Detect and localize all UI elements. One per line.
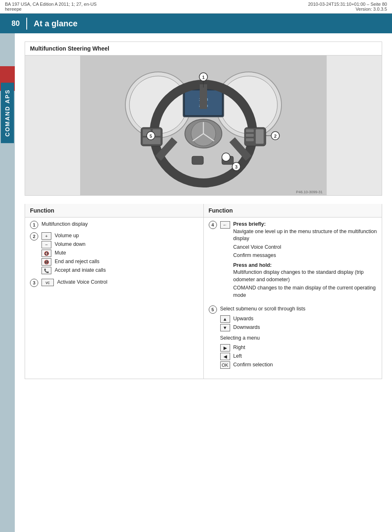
ok-row: OK Confirm selection bbox=[220, 361, 306, 369]
voice-control-icon: vc bbox=[42, 279, 54, 286]
mute-icon: 🔇 bbox=[42, 250, 51, 257]
svg-text:2: 2 bbox=[274, 134, 277, 139]
svg-text:1: 1 bbox=[202, 75, 205, 80]
content-area: Multifunction Steering Wheel 140.8 bbox=[15, 33, 392, 532]
select-submenu-label: Select submenu or scroll through lists bbox=[220, 305, 306, 313]
svg-point-35 bbox=[222, 153, 230, 161]
svg-rect-26 bbox=[256, 129, 264, 144]
end-call-row: 📵 End and reject calls bbox=[42, 258, 106, 266]
downwards-label: Downwards bbox=[233, 324, 260, 331]
func-row-2: 2 + Volume up − Volume down 🔇 bbox=[30, 232, 198, 275]
left-function-rows: 1 Multifunction display 2 + Volume up bbox=[25, 217, 203, 294]
page-number: 80 bbox=[8, 18, 27, 30]
press-hold-item-2: COMAND changes to the main display of th… bbox=[233, 285, 377, 299]
right-row: ▶ Right bbox=[220, 344, 306, 352]
right-label: Right bbox=[233, 344, 245, 352]
volume-up-label: Volume up bbox=[55, 232, 79, 240]
press-briefly-label: Press briefly: bbox=[233, 221, 377, 228]
press-briefly-item-1: Navigate one level up in the menu struct… bbox=[233, 228, 377, 243]
left-icon: ◀ bbox=[220, 353, 230, 360]
divider bbox=[209, 302, 377, 305]
svg-rect-25 bbox=[246, 138, 254, 141]
right-function-header: Function bbox=[204, 204, 382, 217]
right-function-rows: 4 ← Press briefly: Navigate one level up… bbox=[204, 217, 382, 379]
svg-rect-23 bbox=[246, 129, 254, 132]
svg-rect-27 bbox=[192, 156, 203, 164]
svg-text:P46.10-3099-31: P46.10-3099-31 bbox=[296, 190, 323, 194]
downwards-row: ▼ Downwards bbox=[220, 324, 306, 331]
press-briefly-item-2: Cancel Voice Control bbox=[233, 244, 377, 251]
func-row-1: 1 Multifunction display bbox=[30, 221, 198, 229]
right-icon: ▶ bbox=[220, 344, 230, 352]
page-title: At a glance bbox=[34, 19, 78, 28]
press-hold-label: Press and hold: bbox=[233, 262, 377, 269]
meta-bar: BA 197 USA, CA Edition A 2011; 1; 27, en… bbox=[0, 0, 392, 14]
func-row-5-content: Select submenu or scroll through lists ▲… bbox=[220, 305, 306, 372]
func-row-5: 5 Select submenu or scroll through lists… bbox=[209, 305, 377, 372]
upwards-row: ▲ Upwards bbox=[220, 315, 306, 323]
section-box: Multifunction Steering Wheel 140.8 bbox=[25, 42, 382, 196]
func-row-4-content: Press briefly: Navigate one level up in … bbox=[233, 221, 377, 299]
ref-tag-5: 5 bbox=[209, 305, 217, 314]
ref-tag-4: 4 bbox=[209, 221, 217, 229]
left-label: Left bbox=[233, 353, 242, 360]
func-text-1: Multifunction display bbox=[42, 221, 88, 228]
downwards-icon: ▼ bbox=[220, 324, 230, 331]
section-title: Multifunction Steering Wheel bbox=[25, 42, 382, 56]
side-tab-label: COMAND APS bbox=[1, 83, 14, 143]
svg-text:3: 3 bbox=[235, 164, 238, 169]
side-tab: COMAND APS bbox=[0, 33, 15, 532]
accept-call-row: 📞 Accept and iniate calls bbox=[42, 267, 106, 274]
ref-tag-1: 1 bbox=[30, 221, 38, 229]
volume-up-icon: + bbox=[42, 232, 51, 240]
left-function-header: Function bbox=[25, 204, 203, 217]
press-hold-item-1: Multifunction display changes to the sta… bbox=[233, 269, 377, 283]
svg-rect-24 bbox=[246, 134, 254, 137]
main-layout: COMAND APS Multifunction Steering Wheel bbox=[0, 33, 392, 532]
steering-wheel-svg: 140.8 24753 bbox=[80, 56, 327, 195]
selecting-menu-label: Selecting a menu bbox=[220, 335, 306, 342]
header-bar: 80 At a glance bbox=[0, 14, 392, 33]
voice-control-label: Activate Voice Control bbox=[57, 279, 107, 286]
func-row-3: 3 vc Activate Voice Control bbox=[30, 279, 198, 287]
ref-tag-2: 2 bbox=[30, 232, 38, 241]
func-row-2-items: + Volume up − Volume down 🔇 Mute bbox=[42, 232, 106, 275]
mute-label: Mute bbox=[55, 250, 66, 257]
upwards-icon: ▲ bbox=[220, 315, 230, 323]
volume-down-label: Volume down bbox=[55, 241, 85, 248]
left-function-col: Function 1 Multifunction display 2 + V bbox=[25, 204, 204, 379]
press-briefly-item-3: Confirm messages bbox=[233, 252, 377, 259]
steering-image-area: 140.8 24753 bbox=[25, 56, 382, 195]
svg-text:5: 5 bbox=[150, 134, 152, 139]
end-call-label: End and reject calls bbox=[55, 258, 99, 266]
meta-right: 2010-03-24T15:31:10+01:00 – Seite 80 Ver… bbox=[308, 2, 387, 12]
meta-left: BA 197 USA, CA Edition A 2011; 1; 27, en… bbox=[5, 2, 97, 12]
end-call-icon: 📵 bbox=[42, 258, 51, 266]
ok-icon: OK bbox=[220, 361, 230, 369]
accept-call-label: Accept and iniate calls bbox=[55, 267, 106, 274]
volume-up-row: + Volume up bbox=[42, 232, 106, 240]
accept-call-icon: 📞 bbox=[42, 267, 51, 274]
function-tables: Function 1 Multifunction display 2 + V bbox=[25, 204, 382, 379]
left-row: ◀ Left bbox=[220, 353, 306, 360]
func-row-4: 4 ← Press briefly: Navigate one level up… bbox=[209, 221, 377, 299]
mute-row: 🔇 Mute bbox=[42, 250, 106, 257]
back-icon: ← bbox=[220, 221, 230, 229]
ok-label: Confirm selection bbox=[233, 361, 273, 369]
right-function-col: Function 4 ← Press briefly: Navigate one… bbox=[204, 204, 382, 379]
ref-tag-3: 3 bbox=[30, 279, 38, 287]
volume-down-row: − Volume down bbox=[42, 241, 106, 248]
volume-down-icon: − bbox=[42, 241, 51, 248]
upwards-label: Upwards bbox=[233, 315, 254, 323]
